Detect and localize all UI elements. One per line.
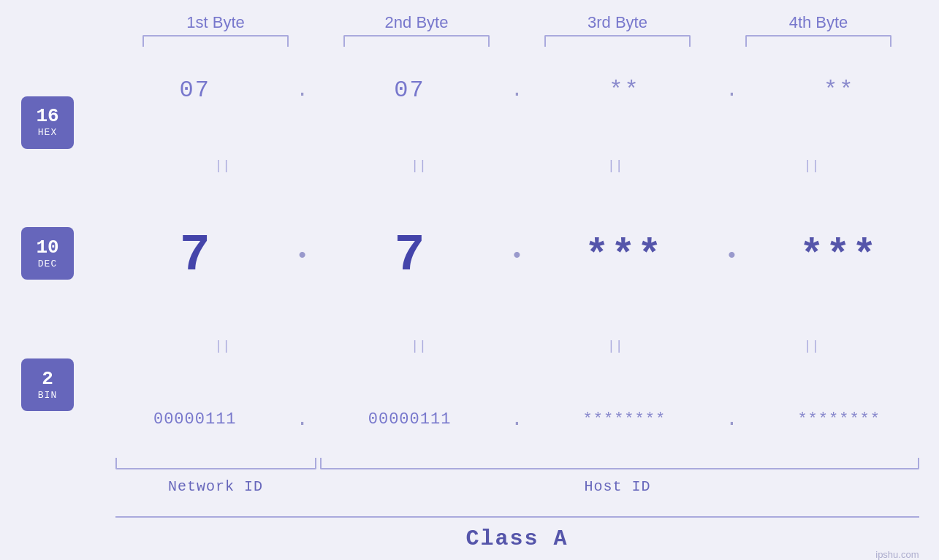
bin-val-1: 00000111 xyxy=(153,410,237,429)
dec-dot-1: • xyxy=(296,245,308,267)
byte-label-4: 4th Byte xyxy=(745,13,892,32)
bottom-brackets xyxy=(115,458,919,472)
dec-name: DEC xyxy=(38,258,57,269)
hex-val-3: ** xyxy=(609,77,639,104)
bin-cell-1: 00000111 xyxy=(122,410,268,429)
hex-name: HEX xyxy=(38,127,57,138)
bin-val-2: 00000111 xyxy=(368,410,452,429)
hex-val-1: 07 xyxy=(180,77,210,104)
top-bracket-2 xyxy=(343,35,490,47)
dec-cell-1: 7 xyxy=(122,227,268,285)
hex-dot-1: . xyxy=(296,79,308,101)
bin-dot-3: . xyxy=(726,408,738,431)
hex-cell-3: ** xyxy=(551,77,697,104)
dec-val-4: *** xyxy=(799,233,878,279)
page-container: 1st Byte 2nd Byte 3rd Byte 4th Byte 16 H… xyxy=(0,0,939,560)
dec-val-1: 7 xyxy=(180,227,210,285)
hex-dot-3: . xyxy=(726,79,738,101)
eq1-c3: || xyxy=(542,158,688,173)
eq1-c1: || xyxy=(149,158,295,173)
left-labels: 16 HEX 10 DEC 2 BIN xyxy=(0,50,95,458)
bin-cell-2: 00000111 xyxy=(337,410,483,429)
bottom-section: Network ID Host ID xyxy=(115,458,919,516)
dec-val-2: 7 xyxy=(395,227,425,285)
watermark: ipshu.com xyxy=(875,549,919,560)
top-bracket-1 xyxy=(142,35,289,47)
byte-headers: 1st Byte 2nd Byte 3rd Byte 4th Byte xyxy=(115,13,919,32)
bin-cell-4: ******** xyxy=(766,410,912,429)
dec-num: 10 xyxy=(36,238,58,257)
hex-cell-1: 07 xyxy=(122,77,268,104)
dec-badge: 10 DEC xyxy=(21,227,74,280)
host-id-label: Host ID xyxy=(316,478,919,495)
hex-num: 16 xyxy=(36,107,58,126)
dec-dot-3: • xyxy=(726,245,738,267)
dec-val-3: *** xyxy=(585,233,664,279)
host-bracket xyxy=(320,458,919,469)
bin-data-row: 00000111 . 00000111 . ******** . *******… xyxy=(110,408,924,431)
hex-val-4: ** xyxy=(824,77,854,104)
hex-badge: 16 HEX xyxy=(21,96,74,149)
equals-row-2: || || || || xyxy=(110,339,924,353)
bottom-labels: Network ID Host ID xyxy=(115,478,919,495)
top-bracket-row xyxy=(115,35,919,50)
dec-dot-2: • xyxy=(511,245,523,267)
network-bracket xyxy=(115,458,316,469)
hex-cell-4: ** xyxy=(766,77,912,104)
bin-val-3: ******** xyxy=(583,410,666,429)
eq2-c4: || xyxy=(739,339,885,353)
bin-badge: 2 BIN xyxy=(21,358,74,411)
bin-num: 2 xyxy=(42,369,53,388)
dec-cell-3: *** xyxy=(551,233,697,279)
byte-label-3: 3rd Byte xyxy=(544,13,691,32)
dec-data-row: 7 • 7 • *** • *** xyxy=(110,227,924,285)
main-content: 16 HEX 10 DEC 2 BIN 07 . 07 xyxy=(0,50,939,458)
eq2-c2: || xyxy=(346,339,492,353)
eq1-c4: || xyxy=(739,158,885,173)
byte-label-1: 1st Byte xyxy=(142,13,289,32)
hex-data-row: 07 . 07 . ** . ** xyxy=(110,77,924,104)
bin-dot-1: . xyxy=(296,408,308,431)
top-bracket-4 xyxy=(745,35,892,47)
eq1-c2: || xyxy=(346,158,492,173)
bin-dot-2: . xyxy=(511,408,523,431)
class-a-label: Class A xyxy=(465,526,568,551)
equals-row-1: || || || || xyxy=(110,158,924,173)
dec-cell-2: 7 xyxy=(337,227,483,285)
footer-bar: Class A ipshu.com xyxy=(115,516,919,560)
network-id-label: Network ID xyxy=(115,478,316,495)
bin-val-4: ******** xyxy=(797,410,881,429)
eq2-c1: || xyxy=(149,339,295,353)
byte-label-2: 2nd Byte xyxy=(343,13,490,32)
hex-dot-2: . xyxy=(511,79,523,101)
eq2-c3: || xyxy=(542,339,688,353)
hex-cell-2: 07 xyxy=(337,77,483,104)
dec-cell-4: *** xyxy=(766,233,912,279)
bin-name: BIN xyxy=(38,390,57,401)
grid-area: 07 . 07 . ** . ** || || || || xyxy=(95,50,939,458)
top-bracket-3 xyxy=(544,35,691,47)
bin-cell-3: ******** xyxy=(551,410,697,429)
hex-val-2: 07 xyxy=(394,77,425,104)
